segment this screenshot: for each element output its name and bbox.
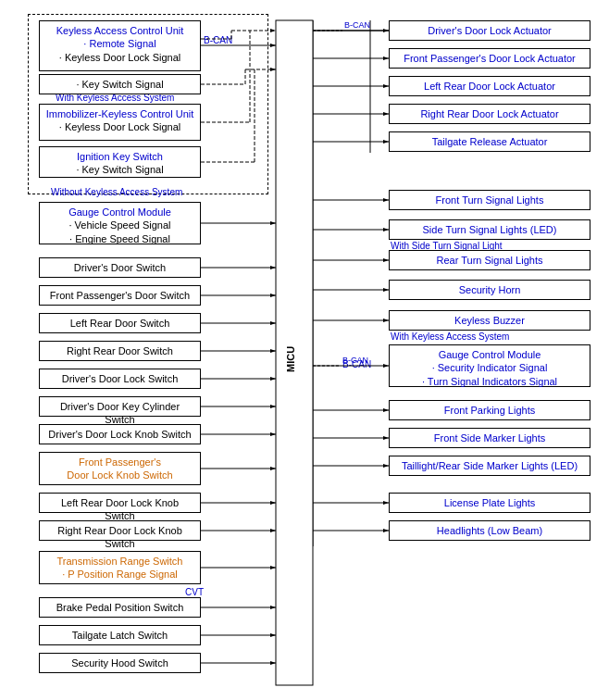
security-horn-label: Security Horn (459, 284, 521, 295)
security-horn-box: Security Horn (389, 280, 590, 300)
front-side-marker-label: Front Side Marker Lights (434, 432, 545, 444)
license-plate-box: License Plate Lights (389, 493, 590, 513)
tailgate-release-label: Tailgate Release Actuator (432, 136, 548, 147)
immobilizer-label: Immobilizer-Keyless Control Unit (46, 108, 194, 119)
bcan-label-top: B-CAN (204, 35, 232, 45)
trans-range-box: Transmission Range Switch· P Position Ra… (39, 551, 201, 584)
left-rear-lock-act-box: Left Rear Door Lock Actuator (389, 76, 590, 96)
keyless-buzzer-label: Keyless Buzzer (454, 315, 525, 326)
trans-range-label: Transmission Range Switch· P Position Ra… (57, 556, 183, 580)
front-pass-lock-act-box: Front Passenger's Door Lock Actuator (389, 48, 590, 69)
front-pass-lock-act-label: Front Passenger's Door Lock Actuator (404, 53, 576, 64)
right-rear-door-switch-label: Right Rear Door Switch (67, 345, 173, 356)
gauge-ctrl-module-label: Gauge Control Module· Security Indicator… (422, 349, 557, 387)
ignition-switch-box: Ignition Key Switch · Key Switch Signal (39, 146, 201, 178)
ignition-key-signal: · Key Switch Signal (76, 164, 163, 175)
front-pass-door-switch-label: Front Passenger's Door Switch (50, 290, 190, 301)
left-rear-knob-label: Left Rear Door Lock Knob Switch (61, 497, 179, 521)
drivers-key-cyl-box: Driver's Door Key Cylinder Switch (39, 396, 201, 417)
diagram-container: MICU B-CAN B-CAN With Keyless Access Sys… (0, 0, 609, 700)
front-pass-door-switch-box: Front Passenger's Door Switch (39, 285, 201, 306)
front-turn-lights-label: Front Turn Signal Lights (436, 194, 544, 206)
brake-pedal-label: Brake Pedal Position Switch (56, 602, 184, 613)
ignition-switch-label: Ignition Key Switch (77, 151, 163, 162)
gauge-ctrl-module-box: Gauge Control Module· Security Indicator… (389, 344, 590, 387)
right-rear-lock-act-label: Right Rear Door Lock Actuator (420, 108, 558, 119)
left-rear-lock-act-label: Left Rear Door Lock Actuator (424, 81, 555, 92)
brake-pedal-box: Brake Pedal Position Switch (39, 597, 201, 618)
side-turn-lights-box: Side Turn Signal Lights (LED) (389, 219, 590, 240)
without-keyless-label: Without Keyless Access System (51, 187, 182, 197)
bcan-label-mid: B-CAN (342, 359, 371, 369)
tailgate-latch-box: Tailgate Latch Switch (39, 625, 201, 645)
gauge-module-box: Gauge Control Module · Vehicle Speed Sig… (39, 202, 201, 244)
headlights-label: Headlights (Low Beam) (437, 525, 542, 536)
micu-label: MICU (287, 343, 297, 367)
headlights-box: Headlights (Low Beam) (389, 520, 590, 541)
front-turn-lights-box: Front Turn Signal Lights (389, 190, 590, 210)
svg-text:B-CAN: B-CAN (344, 20, 370, 30)
key-switch-signal-label: · Key Switch Signal (76, 79, 163, 90)
cvt-label: CVT (185, 587, 204, 597)
tailgate-release-box: Tailgate Release Actuator (389, 131, 590, 152)
left-rear-door-switch-label: Left Rear Door Switch (70, 318, 170, 329)
immobilizer-signal: · Keyless Door Lock Signal (59, 121, 180, 132)
right-rear-knob-box: Right Rear Door Lock Knob Switch (39, 520, 201, 541)
side-turn-lights-label: Side Turn Signal Lights (LED) (423, 224, 557, 235)
drivers-door-switch-label: Driver's Door Switch (74, 262, 166, 273)
left-rear-knob-box: Left Rear Door Lock Knob Switch (39, 493, 201, 513)
drivers-lock-knob-label: Driver's Door Lock Knob Switch (48, 429, 191, 440)
drivers-door-lock-act-box: Driver's Door Lock Actuator (389, 20, 590, 41)
front-side-marker-box: Front Side Marker Lights (389, 428, 590, 448)
taillight-rear-box: Taillight/Rear Side Marker Lights (LED) (389, 456, 590, 476)
keyless-access-unit-box: Keyless Access Control Unit· Remote Sign… (39, 20, 201, 71)
drivers-door-lock-act-label: Driver's Door Lock Actuator (428, 25, 552, 36)
right-rear-lock-act-box: Right Rear Door Lock Actuator (389, 104, 590, 124)
keyless-access-unit-label: Keyless Access Control Unit· Remote Sign… (56, 25, 184, 63)
right-rear-knob-label: Right Rear Door Lock Knob Switch (57, 525, 182, 549)
front-pass-knob-box: Front Passenger'sDoor Lock Knob Switch (39, 452, 201, 485)
taillight-rear-label: Taillight/Rear Side Marker Lights (LED) (402, 460, 578, 471)
tailgate-latch-label: Tailgate Latch Switch (72, 630, 168, 641)
drivers-lock-switch-label: Driver's Door Lock Switch (62, 373, 179, 384)
front-pass-knob-label: Front Passenger'sDoor Lock Knob Switch (67, 456, 172, 481)
keyless-buzzer-box: Keyless Buzzer (389, 310, 590, 331)
with-keyless-right-label: With Keyless Access System (391, 331, 509, 342)
gauge-module-label: Gauge Control Module (68, 206, 171, 218)
security-hood-label: Security Hood Switch (71, 657, 168, 669)
drivers-door-switch-box: Driver's Door Switch (39, 257, 201, 278)
immobilizer-box: Immobilizer-Keyless Control Unit · Keyle… (39, 104, 201, 141)
key-switch-signal-box: · Key Switch Signal (39, 74, 201, 94)
front-parking-label: Front Parking Lights (444, 405, 535, 416)
security-hood-box: Security Hood Switch (39, 653, 201, 673)
license-plate-label: License Plate Lights (444, 497, 535, 508)
drivers-lock-knob-box: Driver's Door Lock Knob Switch (39, 424, 201, 444)
left-rear-door-switch-box: Left Rear Door Switch (39, 313, 201, 333)
gauge-vehicle-signal: · Vehicle Speed Signal· Engine Speed Sig… (68, 219, 170, 244)
drivers-key-cyl-label: Driver's Door Key Cylinder Switch (60, 401, 180, 425)
rear-turn-lights-box: Rear Turn Signal Lights (389, 250, 590, 270)
right-rear-door-switch-box: Right Rear Door Switch (39, 341, 201, 361)
front-parking-box: Front Parking Lights (389, 400, 590, 420)
rear-turn-lights-label: Rear Turn Signal Lights (437, 255, 543, 266)
drivers-lock-switch-box: Driver's Door Lock Switch (39, 369, 201, 389)
